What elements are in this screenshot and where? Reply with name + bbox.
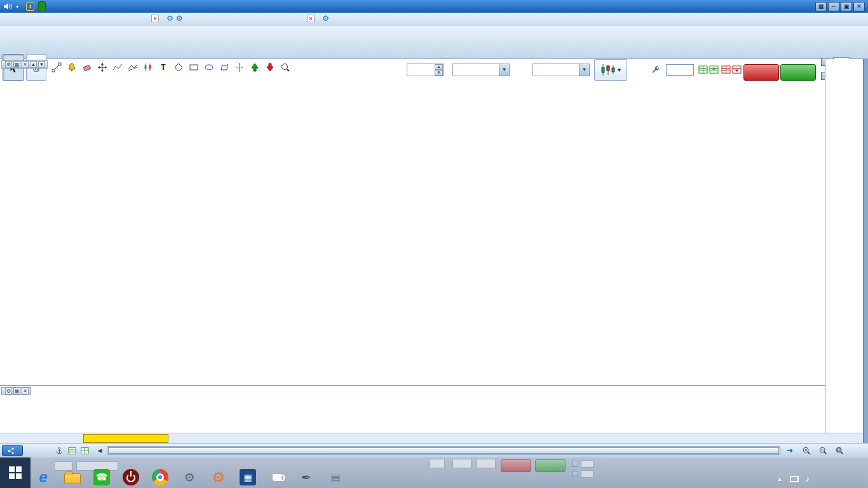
restore-button[interactable]: ▣ xyxy=(841,2,852,11)
zoom-out-icon[interactable] xyxy=(817,445,829,456)
scroll-left-icon[interactable]: ◀ xyxy=(94,445,105,456)
ghost-qty-input[interactable] xyxy=(430,459,445,468)
orderbook-icon[interactable] xyxy=(79,445,90,456)
keyboard-grid-icon[interactable]: ▦ xyxy=(815,2,827,11)
zoom-in-icon[interactable] xyxy=(801,445,812,456)
ghost-stop[interactable] xyxy=(477,459,496,468)
scroll-right-icon[interactable]: ➜ xyxy=(784,445,796,456)
orders-settings-icon2[interactable]: ⚙ xyxy=(176,15,183,22)
scrollbar-thumb[interactable] xyxy=(108,447,779,454)
crosshair-date-label xyxy=(83,434,168,443)
status-bar: ✕ ⚙⚙ ✕ ⚙ xyxy=(0,13,868,25)
orders-status: ✕ ⚙⚙ xyxy=(146,15,183,22)
orders-settings-icon[interactable]: ⚙ xyxy=(166,15,173,22)
phone-app-icon[interactable]: ☎ xyxy=(93,468,111,486)
trading-app-window: ▾ i ▦ ─ ▣ ✕ ✕ ⚙⚙ ✕ ⚙ xyxy=(0,0,868,488)
time-axis[interactable] xyxy=(0,433,863,443)
cancel-orders-icon[interactable]: ✕ xyxy=(151,15,159,22)
position-settings-icon[interactable]: ⚙ xyxy=(322,15,329,22)
tray-expand-icon[interactable]: ▲ xyxy=(777,476,783,482)
main-toolbar: T ▲▼ ▾ ▾ ▾ xyxy=(0,25,868,59)
gear-app-icon[interactable]: ⚙ xyxy=(180,468,198,486)
price-axis[interactable] xyxy=(825,59,863,443)
vertical-scrollbar[interactable] xyxy=(863,59,868,443)
volume-chart[interactable] xyxy=(0,386,825,433)
settings-gear-icon[interactable]: ⚙ xyxy=(210,468,227,486)
pane-close-icon[interactable]: ✕ xyxy=(22,61,29,68)
system-tray: ▲ ♪ xyxy=(777,474,810,484)
share-icon xyxy=(8,447,15,454)
speaker-icon[interactable] xyxy=(3,3,12,10)
tray-volume-icon[interactable]: ♪ xyxy=(806,474,810,484)
minimize-button[interactable]: ─ xyxy=(828,2,839,11)
pane-down-icon[interactable]: ▼ xyxy=(38,61,45,68)
chrome-icon[interactable] xyxy=(151,468,169,486)
volume-settings-icon[interactable]: ⚙ xyxy=(5,388,12,395)
ghost-buy-button[interactable] xyxy=(535,459,566,472)
java-icon[interactable] xyxy=(268,468,286,486)
notes-app-icon[interactable]: ▤ xyxy=(327,468,344,486)
app-window-icon[interactable]: ▦ xyxy=(239,468,257,486)
close-position-icon[interactable]: ✕ xyxy=(307,15,315,22)
windows-taskbar: e ☎ ⚙ ⚙ ▦ ✒ ▤ ▲ ♪ xyxy=(0,458,868,488)
folder-icon[interactable] xyxy=(64,468,81,486)
anchor-icon[interactable] xyxy=(53,445,65,456)
price-change-badge xyxy=(38,1,46,11)
info-icon[interactable]: i xyxy=(26,3,34,11)
windows-logo-icon xyxy=(9,466,22,479)
ghost-sell-button[interactable] xyxy=(501,459,531,472)
instrument-dropdown-arrow[interactable]: ▾ xyxy=(16,4,18,10)
position-status: ✕ ⚙ xyxy=(302,15,329,22)
pane-settings-icon[interactable]: ⚙ xyxy=(5,61,12,68)
title-bar: ▾ i ▦ ─ ▣ ✕ xyxy=(0,0,868,13)
volume-close-icon[interactable]: ✕ xyxy=(22,388,29,395)
zoom-box-icon[interactable] xyxy=(834,445,845,456)
pane-windows-icon[interactable]: ▦ xyxy=(13,61,20,68)
start-button[interactable] xyxy=(0,458,31,488)
watchlist-icon[interactable] xyxy=(66,445,78,456)
ghost-limit[interactable] xyxy=(452,459,471,468)
bottom-bar: ◀ ➜ xyxy=(0,443,868,458)
close-button[interactable]: ✕ xyxy=(853,2,865,11)
power-icon[interactable] xyxy=(122,468,140,486)
volume-windows-icon[interactable]: ▦ xyxy=(13,388,20,395)
tray-monitor-icon[interactable] xyxy=(790,476,799,482)
share-button[interactable] xyxy=(2,445,23,456)
pen-app-icon[interactable]: ✒ xyxy=(297,468,315,486)
ie-icon[interactable]: e xyxy=(34,468,52,486)
pane-up-icon[interactable]: ▲ xyxy=(30,61,37,68)
volume-pane-header: ⚙ ▦ ✕ xyxy=(1,387,31,395)
price-chart[interactable] xyxy=(0,59,825,386)
horizontal-scrollbar[interactable] xyxy=(107,446,780,455)
price-pane-header: ⚙ ▦ ✕ ▲ ▼ xyxy=(1,60,48,69)
